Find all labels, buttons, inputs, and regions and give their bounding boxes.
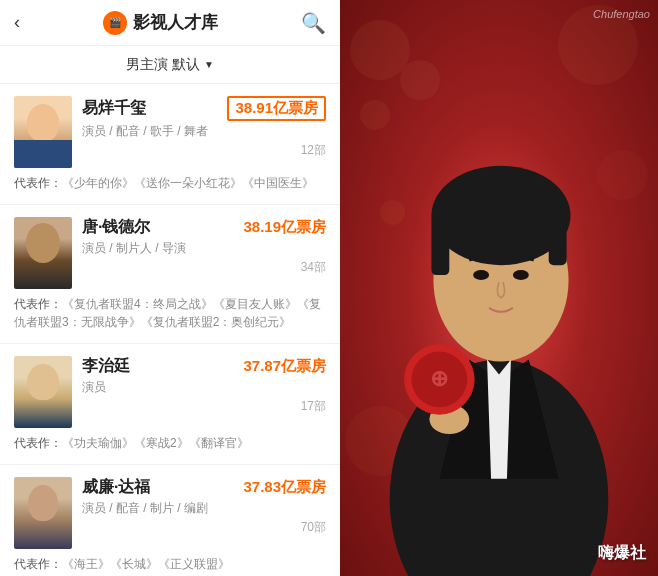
filter-category[interactable]: 男主演 xyxy=(126,56,168,74)
header: ‹ 🎬 影视人才库 🔍 xyxy=(0,0,340,46)
actor-works: 代表作：《复仇者联盟4：终局之战》《夏目友人账》《复仇者联盟3：无限战争》《复仇… xyxy=(14,295,326,331)
actor-works: 代表作：《海王》《长城》《正义联盟》 xyxy=(14,555,326,573)
actor-name: 唐·钱德尔 xyxy=(82,217,150,238)
actor-count: 70部 xyxy=(82,519,326,536)
page-title: 影视人才库 xyxy=(133,11,218,34)
left-panel: ‹ 🎬 影视人才库 🔍 男主演 默认 ▼ 易烊千玺 38.91亿票房 演员 / … xyxy=(0,0,340,576)
actor-roles: 演员 xyxy=(82,379,326,396)
actor-count: 12部 xyxy=(82,142,326,159)
actor-name: 李治廷 xyxy=(82,356,130,377)
svg-point-7 xyxy=(513,270,529,280)
actor-works: 代表作：《少年的你》《送你一朵小红花》《中国医生》 xyxy=(14,174,326,192)
item-name-row: 唐·钱德尔 38.19亿票房 xyxy=(82,217,326,238)
actor-count: 34部 xyxy=(82,259,326,276)
actor-name: 易烊千玺 xyxy=(82,98,146,119)
list-item[interactable]: 易烊千玺 38.91亿票房 演员 / 配音 / 歌手 / 舞者 12部 代表作：… xyxy=(0,84,340,205)
right-panel: ⊕ Chufengtao 嗨爆社 xyxy=(340,0,658,576)
list-item[interactable]: 威廉·达福 37.83亿票房 演员 / 配音 / 制片 / 编剧 70部 代表作… xyxy=(0,465,340,576)
svg-rect-5 xyxy=(549,215,567,265)
actor-name: 威廉·达福 xyxy=(82,477,150,498)
item-name-row: 易烊千玺 38.91亿票房 xyxy=(82,96,326,121)
actor-roles: 演员 / 配音 / 制片 / 编剧 xyxy=(82,500,326,517)
bottom-label: 嗨爆社 xyxy=(598,543,646,564)
filter-bar: 男主演 默认 ▼ xyxy=(0,46,340,84)
box-office: 38.91亿票房 xyxy=(227,96,326,121)
item-top: 李治廷 37.87亿票房 演员 17部 xyxy=(14,356,326,428)
item-top: 威廉·达福 37.83亿票房 演员 / 配音 / 制片 / 编剧 70部 xyxy=(14,477,326,549)
avatar xyxy=(14,477,72,549)
item-info: 唐·钱德尔 38.19亿票房 演员 / 制片人 / 导演 34部 xyxy=(82,217,326,276)
box-office: 38.19亿票房 xyxy=(243,218,326,237)
box-office: 37.83亿票房 xyxy=(243,478,326,497)
actor-count: 17部 xyxy=(82,398,326,415)
actor-list: 易烊千玺 38.91亿票房 演员 / 配音 / 歌手 / 舞者 12部 代表作：… xyxy=(0,84,340,576)
item-info: 易烊千玺 38.91亿票房 演员 / 配音 / 歌手 / 舞者 12部 xyxy=(82,96,326,159)
actor-roles: 演员 / 制片人 / 导演 xyxy=(82,240,326,257)
search-icon[interactable]: 🔍 xyxy=(301,11,326,35)
person-illustration: ⊕ xyxy=(340,0,658,576)
item-info: 李治廷 37.87亿票房 演员 17部 xyxy=(82,356,326,415)
app-logo: 🎬 xyxy=(103,11,127,35)
filter-sort[interactable]: 默认 xyxy=(172,56,200,74)
avatar xyxy=(14,217,72,289)
header-title-wrap: 🎬 影视人才库 xyxy=(103,11,218,35)
item-top: 易烊千玺 38.91亿票房 演员 / 配音 / 歌手 / 舞者 12部 xyxy=(14,96,326,168)
back-button[interactable]: ‹ xyxy=(14,12,20,33)
avatar xyxy=(14,96,72,168)
actor-roles: 演员 / 配音 / 歌手 / 舞者 xyxy=(82,123,326,140)
item-info: 威廉·达福 37.83亿票房 演员 / 配音 / 制片 / 编剧 70部 xyxy=(82,477,326,536)
avatar xyxy=(14,356,72,428)
svg-point-6 xyxy=(473,270,489,280)
item-name-row: 李治廷 37.87亿票房 xyxy=(82,356,326,377)
filter-arrow-icon[interactable]: ▼ xyxy=(204,59,214,70)
svg-rect-4 xyxy=(431,215,449,275)
actor-works: 代表作：《功夫瑜伽》《寒战2》《翻译官》 xyxy=(14,434,326,452)
item-top: 唐·钱德尔 38.19亿票房 演员 / 制片人 / 导演 34部 xyxy=(14,217,326,289)
item-name-row: 威廉·达福 37.83亿票房 xyxy=(82,477,326,498)
list-item[interactable]: 李治廷 37.87亿票房 演员 17部 代表作：《功夫瑜伽》《寒战2》《翻译官》 xyxy=(0,344,340,465)
list-item[interactable]: 唐·钱德尔 38.19亿票房 演员 / 制片人 / 导演 34部 代表作：《复仇… xyxy=(0,205,340,344)
watermark: Chufengtao xyxy=(593,8,650,20)
box-office: 37.87亿票房 xyxy=(243,357,326,376)
svg-text:⊕: ⊕ xyxy=(430,366,448,391)
